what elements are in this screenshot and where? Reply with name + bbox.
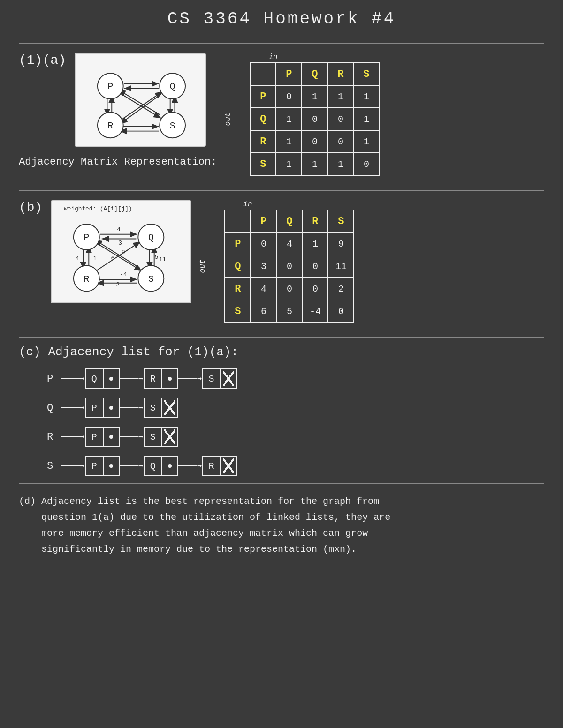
section-c-title: (c) Adjacency list for (1)(a): [19,345,544,359]
wcell-P-P: 0 [251,233,276,255]
svg-text:2: 2 [116,281,120,288]
adj-matrix-table-1b: P Q R S P 0 4 1 9 Q 3 0 [224,210,354,323]
cell-P-S: 1 [353,85,379,108]
row-header-S: S [250,153,276,175]
svg-text:R: R [107,121,113,131]
svg-text:Q: Q [170,82,175,92]
wcol-header-R: R [302,210,328,233]
adj-node-S: S [47,460,61,472]
matrix-1b: in out P Q R S P 0 4 1 [210,200,354,323]
wcell-P-S: 9 [328,233,354,255]
list-node-P-R: R [144,368,178,389]
wcell-R-S: 2 [328,278,354,300]
list-node-P-Q: Q [85,368,120,389]
svg-line-4 [118,90,160,114]
svg-text:P: P [84,233,90,243]
cell-S-Q: 1 [302,153,327,175]
svg-text:P: P [107,82,113,92]
wcell-R-R: 0 [302,278,328,300]
adj-list-row-P: P ➡ Q ➡ R ➡ [47,368,544,389]
wrow-header-Q: Q [225,255,251,278]
list-node-Q-S-null: S [144,398,178,418]
wcell-Q-Q: 0 [276,255,302,278]
cell-Q-P: 1 [276,108,302,130]
wcell-P-R: 1 [302,233,328,255]
section-1b: (b) weighted: (A[i][j]) 4 [19,190,544,332]
svg-text:4: 4 [76,255,79,262]
wcell-Q-P: 3 [251,255,276,278]
cell-R-R: 0 [327,130,353,153]
wcell-Q-R: 0 [302,255,328,278]
svg-line-12 [120,94,161,124]
adj-node-P: P [47,373,61,385]
list-node-R-P: P [85,427,120,447]
cell-R-Q: 0 [302,130,327,153]
section-d-text: (d) Adjacency list is the best represent… [19,494,544,557]
adj-node-R: R [47,431,61,443]
list-node-R-S-null: S [144,427,178,447]
wcell-S-R: -4 [302,300,328,323]
adj-matrix-label: Adjacency Matrix Representation: [19,156,217,168]
wcell-S-P: 6 [251,300,276,323]
cell-Q-S: 1 [353,108,379,130]
wrow-header-P: P [225,233,251,255]
wcol-header-Q: Q [276,210,302,233]
cell-P-R: 1 [327,85,353,108]
col-header-R: R [327,63,353,85]
section-1a-label: (1)(a) [19,53,66,68]
graph-1a: P Q R S [75,53,206,147]
row-header-P: P [250,85,276,108]
cell-P-Q: 1 [302,85,327,108]
wcell-S-S: 0 [328,300,354,323]
wcell-P-Q: 4 [276,233,302,255]
section-b-label: (b) [19,200,42,215]
out-label-1a: out [224,113,233,126]
list-node-S-R-null: R [202,456,237,476]
wrow-header-S: S [225,300,251,323]
wcell-R-Q: 0 [276,278,302,300]
svg-text:-4: -4 [120,271,127,278]
adj-node-Q: Q [47,402,61,414]
adj-list-row-Q: Q ➡ P ➡ S [47,398,544,418]
svg-text:R: R [84,274,90,285]
col-header-P: P [276,63,302,85]
out-label-1b: out [199,260,207,273]
col-header-Q: Q [302,63,327,85]
svg-text:4: 4 [117,226,121,233]
svg-text:S: S [148,274,154,285]
cell-S-S: 0 [353,153,379,175]
in-label-1a: in [268,53,277,61]
matrix-1a: in out P Q R S P 0 1 1 [236,53,380,176]
svg-line-33 [95,240,139,268]
section-1a: (1)(a) [19,43,544,185]
row-header-Q: Q [250,108,276,130]
svg-text:weighted: (A[i][j]): weighted: (A[i][j]) [64,205,132,212]
list-node-S-Q: Q [144,456,178,476]
cell-Q-Q: 0 [302,108,327,130]
cell-R-P: 1 [276,130,302,153]
cell-P-P: 0 [276,85,302,108]
row-header-R: R [250,130,276,153]
wcell-S-Q: 5 [276,300,302,323]
cell-S-R: 1 [327,153,353,175]
svg-text:5: 5 [155,254,159,261]
svg-text:1: 1 [93,255,97,262]
wcell-R-P: 4 [251,278,276,300]
list-node-Q-P: P [85,398,120,418]
wcol-header-P: P [251,210,276,233]
svg-text:S: S [170,121,175,131]
cell-R-S: 1 [353,130,379,153]
svg-text:Q: Q [148,233,154,243]
svg-text:11: 11 [159,256,167,263]
list-node-S-P: P [85,456,120,476]
wcell-Q-S: 11 [328,255,354,278]
svg-text:3: 3 [119,240,122,247]
cell-Q-R: 0 [327,108,353,130]
wcol-header-S: S [328,210,354,233]
adj-list-row-S: S ➡ P ➡ Q ➡ R [47,456,544,476]
section-d: (d) Adjacency list is the best represent… [19,483,544,567]
col-header-S: S [353,63,379,85]
adj-matrix-table-1a: P Q R S P 0 1 1 1 Q 1 0 [250,62,380,176]
section-c: (c) Adjacency list for (1)(a): P ➡ Q ➡ R [19,337,544,483]
adj-list-row-R: R ➡ P ➡ S [47,427,544,447]
